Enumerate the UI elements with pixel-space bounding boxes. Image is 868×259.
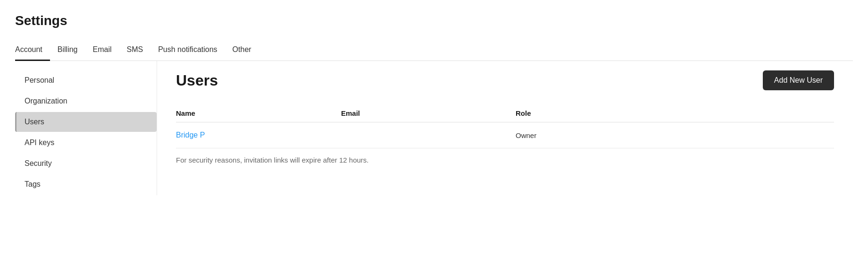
top-tabs: Account Billing Email SMS Push notificat… (15, 40, 853, 61)
page-title: Settings (15, 13, 853, 28)
main-content: Users Add New User Name Email Role Bridg… (157, 61, 853, 195)
add-new-user-button[interactable]: Add New User (763, 70, 834, 90)
col-header-role: Role (516, 109, 834, 117)
sidebar-item-users[interactable]: Users (15, 112, 157, 132)
main-header: Users Add New User (176, 70, 834, 90)
tab-billing[interactable]: Billing (50, 40, 85, 61)
users-title: Users (176, 72, 218, 89)
col-header-email: Email (341, 109, 516, 117)
tab-email[interactable]: Email (85, 40, 119, 61)
page-container: Settings Account Billing Email SMS Push … (0, 0, 868, 195)
tab-sms[interactable]: SMS (119, 40, 151, 61)
sidebar-item-organization[interactable]: Organization (15, 91, 157, 111)
security-notice: For security reasons, invitation links w… (176, 156, 834, 164)
sidebar: Personal Organization Users API keys Sec… (15, 61, 157, 195)
user-role: Owner (516, 131, 834, 139)
user-name-link[interactable]: Bridge P (176, 131, 205, 139)
col-header-name: Name (176, 109, 341, 117)
tab-account[interactable]: Account (15, 40, 50, 61)
tab-other[interactable]: Other (225, 40, 259, 61)
user-name[interactable]: Bridge P (176, 131, 341, 139)
sidebar-item-api-keys[interactable]: API keys (15, 133, 157, 153)
sidebar-item-tags[interactable]: Tags (15, 174, 157, 194)
content-area: Personal Organization Users API keys Sec… (15, 61, 853, 195)
sidebar-item-security[interactable]: Security (15, 154, 157, 173)
table-row: Bridge P Owner (176, 122, 834, 148)
sidebar-item-personal[interactable]: Personal (15, 70, 157, 90)
table-header: Name Email Role (176, 104, 834, 122)
tab-push-notifications[interactable]: Push notifications (150, 40, 225, 61)
